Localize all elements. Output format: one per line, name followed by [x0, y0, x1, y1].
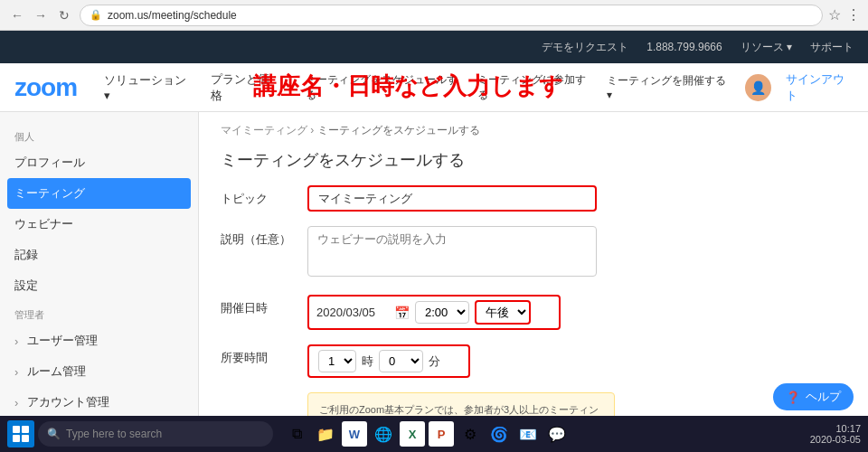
- avatar[interactable]: 👤: [745, 74, 771, 101]
- content-area: マイミーティング › ミーティングをスケジュールする ミーティングをスケジュール…: [199, 112, 868, 452]
- date-time-container: 📅 2:00 2:30 3:00 午前 午後: [307, 295, 561, 330]
- sidebar-item-profile[interactable]: プロフィール: [0, 147, 198, 178]
- solutions-nav[interactable]: ソリューション ▾: [104, 72, 193, 102]
- sidebar: 個人 プロフィール ミーティング ウェビナー 記録 設定 管理者 ユーザー管理 …: [0, 112, 199, 452]
- skype-icon[interactable]: 💬: [544, 421, 570, 447]
- profile-label: プロフィール: [14, 155, 85, 171]
- address-bar[interactable]: 🔒 zoom.us/meeting/schedule: [80, 5, 823, 26]
- taskbar-search-placeholder: Type here to search: [66, 428, 162, 440]
- breadcrumb-current: ミーティングをスケジュールする: [317, 124, 480, 137]
- ampm-select[interactable]: 午前 午後: [475, 300, 531, 325]
- main-layout: 個人 プロフィール ミーティング ウェビナー 記録 設定 管理者 ユーザー管理 …: [0, 112, 868, 452]
- clock-time: 10:17: [810, 423, 861, 434]
- taskbar-app-icons: ⧉ 📁 W 🌐 X P ⚙ 🌀 📧 💬: [284, 421, 570, 447]
- start-button[interactable]: [7, 420, 34, 447]
- desc-row: 説明（任意）: [221, 226, 846, 280]
- browser-actions: ☆ ⋮: [828, 6, 861, 24]
- nav-buttons: ← → ↻: [7, 5, 74, 25]
- breadcrumb-separator: ›: [310, 124, 314, 137]
- account-mgmt-label: アカウント管理: [27, 394, 109, 410]
- help-label: ヘルプ: [806, 389, 841, 405]
- taskbar-right: 10:17 2020-03-05: [810, 423, 861, 445]
- calendar-icon[interactable]: 📅: [394, 306, 410, 320]
- resources-link[interactable]: リソース ▾: [741, 40, 792, 55]
- help-icon: ❓: [786, 391, 800, 404]
- date-row: 開催日時 📅 2:00 2:30 3:00 午前 午後: [221, 295, 846, 330]
- mins-label: 分: [429, 353, 440, 370]
- demo-link[interactable]: デモをリクエスト: [542, 40, 628, 55]
- phone-link[interactable]: 1.888.799.9666: [646, 41, 722, 53]
- sidebar-item-settings[interactable]: 設定: [0, 270, 198, 301]
- sidebar-item-room-mgmt[interactable]: ルーム管理: [0, 356, 198, 387]
- user-mgmt-label: ユーザー管理: [27, 333, 98, 349]
- sidebar-item-account-mgmt[interactable]: アカウント管理: [0, 387, 198, 418]
- search-icon: 🔍: [47, 428, 61, 440]
- topic-input[interactable]: [307, 185, 597, 212]
- topic-field: [307, 185, 846, 212]
- date-input[interactable]: [316, 306, 389, 319]
- topic-row: トピック: [221, 185, 846, 212]
- logo[interactable]: zoom: [14, 73, 77, 102]
- date-label: 開催日時: [221, 295, 293, 316]
- edge-icon[interactable]: 🌀: [486, 421, 512, 447]
- meeting-label: ミーティング: [14, 185, 85, 202]
- settings-label: 設定: [14, 278, 38, 294]
- hours-select[interactable]: 1 2 3: [318, 350, 356, 372]
- sidebar-item-meeting[interactable]: ミーティング: [7, 178, 191, 209]
- lock-icon: 🔒: [90, 9, 102, 21]
- sidebar-item-user-mgmt[interactable]: ユーザー管理: [0, 325, 198, 356]
- sidebar-item-webinar[interactable]: ウェビナー: [0, 209, 198, 240]
- ppt-icon[interactable]: P: [429, 421, 454, 447]
- duration-container: 1 2 3 時 0 15 30 45 分: [307, 344, 470, 378]
- recording-label: 記録: [14, 247, 38, 263]
- room-mgmt-label: ルーム管理: [27, 363, 86, 380]
- chrome-icon[interactable]: 🌐: [371, 421, 396, 447]
- desc-input[interactable]: [307, 226, 597, 277]
- page-title: ミーティングをスケジュールする: [221, 149, 846, 171]
- desc-field: [307, 226, 846, 280]
- warning-spacer: [221, 392, 293, 398]
- top-nav: デモをリクエスト 1.888.799.9666 リソース ▾ サポート: [0, 31, 868, 63]
- taskview-icon[interactable]: ⧉: [284, 421, 309, 447]
- sidebar-item-recording[interactable]: 記録: [0, 240, 198, 270]
- app-icon-2[interactable]: 📧: [515, 421, 541, 447]
- time-select[interactable]: 2:00 2:30 3:00: [415, 301, 469, 324]
- support-link[interactable]: サポート: [810, 40, 854, 55]
- excel-icon[interactable]: X: [400, 421, 425, 447]
- star-button[interactable]: ☆: [828, 6, 841, 24]
- explorer-icon[interactable]: 📁: [313, 421, 338, 447]
- refresh-button[interactable]: ↻: [54, 5, 74, 25]
- date-field: 📅 2:00 2:30 3:00 午前 午後: [307, 295, 846, 330]
- taskbar: 🔍 Type here to search ⧉ 📁 W 🌐 X P ⚙ 🌀 📧 …: [0, 416, 868, 452]
- taskbar-search[interactable]: 🔍 Type here to search: [38, 421, 273, 447]
- help-button[interactable]: ❓ ヘルプ: [773, 383, 854, 410]
- taskbar-clock: 10:17 2020-03-05: [810, 423, 861, 445]
- topic-label: トピック: [221, 185, 293, 207]
- clock-date: 2020-03-05: [810, 434, 861, 445]
- sign-out-link[interactable]: サインアウト: [786, 71, 854, 104]
- main-header: zoom ソリューション ▾ プランと価格 講座名・日時など入力します ミーティ…: [0, 63, 868, 112]
- app-icon-1[interactable]: ⚙: [458, 421, 483, 447]
- annotation-text: 講座名・日時など入力します: [253, 71, 563, 102]
- duration-row: 所要時間 1 2 3 時 0 15 30 45 分: [221, 344, 846, 378]
- forward-button[interactable]: →: [31, 5, 51, 25]
- host-meeting-link[interactable]: ミーティングを開催する ▾: [607, 73, 730, 101]
- duration-field: 1 2 3 時 0 15 30 45 分: [307, 344, 846, 378]
- webinar-label: ウェビナー: [14, 216, 73, 232]
- menu-button[interactable]: ⋮: [846, 6, 861, 24]
- personal-section-label: 個人: [0, 127, 198, 147]
- back-button[interactable]: ←: [7, 5, 27, 25]
- duration-label: 所要時間: [221, 344, 293, 366]
- admin-section-label: 管理者: [0, 305, 198, 325]
- desc-label: 説明（任意）: [221, 226, 293, 248]
- breadcrumb-home[interactable]: マイミーティング: [221, 124, 307, 137]
- hours-label: 時: [362, 353, 373, 370]
- url-text: zoom.us/meeting/schedule: [108, 9, 237, 22]
- breadcrumb: マイミーティング › ミーティングをスケジュールする: [221, 123, 846, 138]
- browser-chrome: ← → ↻ 🔒 zoom.us/meeting/schedule ☆ ⋮: [0, 0, 868, 31]
- word-icon[interactable]: W: [342, 421, 367, 447]
- taskbar-time: 10:17 2020-03-05: [810, 423, 861, 445]
- mins-select[interactable]: 0 15 30 45: [379, 350, 423, 372]
- windows-logo: [13, 426, 29, 442]
